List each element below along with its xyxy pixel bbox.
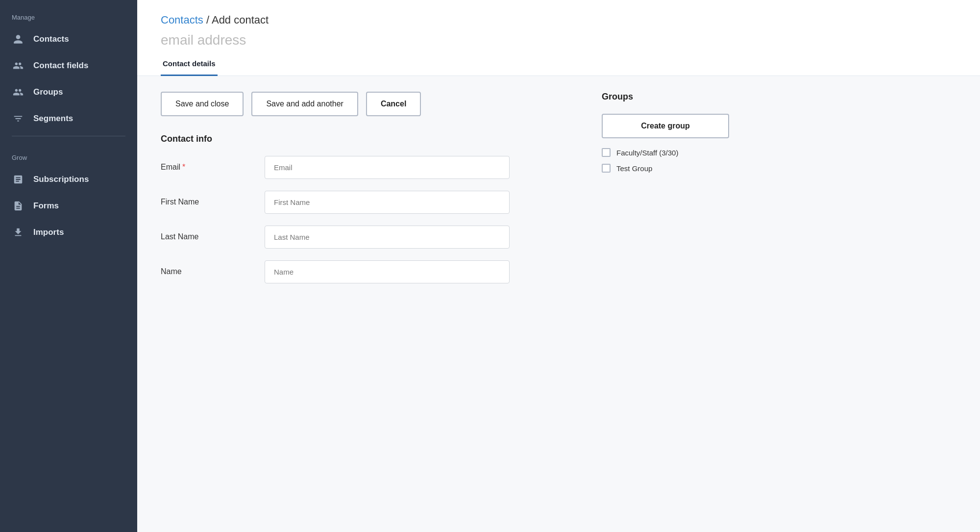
- breadcrumb: Contacts / Add contact: [161, 14, 956, 26]
- sidebar-item-segments[interactable]: Segments: [0, 105, 137, 132]
- group-item-test-group: Test Group: [602, 164, 729, 173]
- name-form-row: Name: [161, 260, 563, 283]
- first-name-label: First Name: [161, 191, 249, 206]
- sidebar-item-contacts-label: Contacts: [33, 34, 69, 44]
- forms-icon: [12, 200, 24, 212]
- sidebar-item-segments-label: Segments: [33, 114, 73, 124]
- sidebar: Manage Contacts Contact fields Groups Se…: [0, 0, 137, 532]
- tabs-bar: Contact details: [137, 52, 980, 76]
- sidebar-item-groups-label: Groups: [33, 87, 63, 97]
- email-placeholder-display: email address: [161, 32, 956, 48]
- right-panel: Groups Create group Faculty/Staff (3/30)…: [602, 92, 729, 516]
- name-input[interactable]: [265, 260, 510, 283]
- sidebar-item-groups[interactable]: Groups: [0, 79, 137, 105]
- contact-info-title: Contact info: [161, 134, 563, 144]
- person-fields-icon: [12, 59, 24, 72]
- grow-section-label: Grow: [0, 140, 137, 166]
- left-panel: Save and close Save and add another Canc…: [161, 92, 563, 516]
- breadcrumb-current: Add contact: [212, 14, 269, 26]
- sidebar-item-contacts[interactable]: Contacts: [0, 26, 137, 52]
- page-header: Contacts / Add contact email address: [137, 0, 980, 48]
- buttons-row: Save and close Save and add another Canc…: [161, 92, 563, 116]
- person-icon: [12, 33, 24, 46]
- email-required-indicator: *: [182, 163, 185, 171]
- email-label: Email*: [161, 156, 249, 172]
- sidebar-item-imports-label: Imports: [33, 228, 64, 237]
- create-group-button[interactable]: Create group: [602, 114, 729, 138]
- sidebar-item-contact-fields-label: Contact fields: [33, 61, 88, 71]
- people-icon: [12, 86, 24, 99]
- sidebar-item-imports[interactable]: Imports: [0, 219, 137, 246]
- faculty-staff-label: Faculty/Staff (3/30): [616, 149, 678, 157]
- cancel-button[interactable]: Cancel: [366, 92, 421, 116]
- content-area: Save and close Save and add another Canc…: [137, 76, 980, 532]
- first-name-input[interactable]: [265, 191, 510, 214]
- faculty-staff-checkbox[interactable]: [602, 148, 611, 157]
- breadcrumb-parent[interactable]: Contacts: [161, 14, 203, 26]
- last-name-form-row: Last Name: [161, 226, 563, 249]
- email-form-row: Email*: [161, 156, 563, 179]
- download-icon: [12, 226, 24, 239]
- name-label: Name: [161, 260, 249, 276]
- last-name-input[interactable]: [265, 226, 510, 249]
- groups-title: Groups: [602, 92, 729, 102]
- sidebar-divider: [12, 136, 125, 136]
- sidebar-item-subscriptions[interactable]: Subscriptions: [0, 166, 137, 193]
- breadcrumb-separator: /: [203, 14, 212, 26]
- sidebar-item-forms[interactable]: Forms: [0, 193, 137, 219]
- email-input[interactable]: [265, 156, 510, 179]
- last-name-label: Last Name: [161, 226, 249, 241]
- group-item-faculty-staff: Faculty/Staff (3/30): [602, 148, 729, 157]
- tab-contact-details[interactable]: Contact details: [161, 52, 218, 76]
- sidebar-item-subscriptions-label: Subscriptions: [33, 175, 89, 184]
- filter-icon: [12, 112, 24, 125]
- test-group-checkbox[interactable]: [602, 164, 611, 173]
- save-another-button[interactable]: Save and add another: [251, 92, 358, 116]
- first-name-form-row: First Name: [161, 191, 563, 214]
- subscriptions-icon: [12, 173, 24, 186]
- main-content: Contacts / Add contact email address Con…: [137, 0, 980, 532]
- sidebar-item-contact-fields[interactable]: Contact fields: [0, 52, 137, 79]
- save-close-button[interactable]: Save and close: [161, 92, 244, 116]
- test-group-label: Test Group: [616, 164, 652, 173]
- manage-section-label: Manage: [0, 0, 137, 26]
- sidebar-item-forms-label: Forms: [33, 201, 59, 211]
